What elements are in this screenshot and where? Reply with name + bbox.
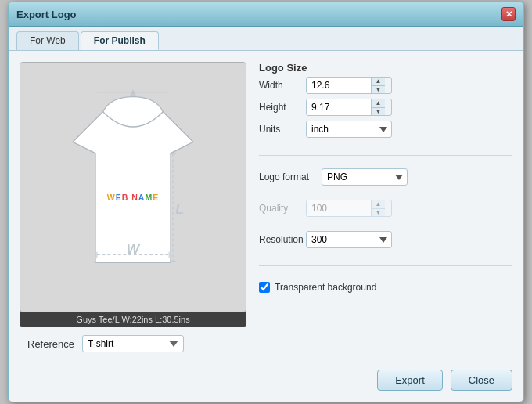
units-dropdown-wrap: inch cm mm px: [306, 121, 392, 138]
tshirt-svg: WEB NAME W L: [47, 89, 219, 285]
quality-spin-wrap: ▲ ▼: [306, 200, 392, 217]
height-input[interactable]: [307, 99, 371, 115]
svg-text:L: L: [175, 201, 184, 217]
logo-format-row: Logo format PNG JPEG BMP TIFF: [259, 168, 512, 186]
width-decrement-button[interactable]: ▼: [372, 86, 385, 94]
quality-label: Quality: [259, 203, 306, 214]
width-increment-button[interactable]: ▲: [372, 78, 385, 86]
logo-format-label: Logo format: [259, 171, 322, 182]
tab-for-web[interactable]: For Web: [16, 31, 79, 50]
resolution-label: Resolution: [259, 234, 306, 245]
height-spin-buttons: ▲ ▼: [371, 99, 385, 115]
svg-text:W: W: [127, 241, 141, 257]
close-title-button[interactable]: ✕: [501, 7, 516, 21]
tab-for-publish[interactable]: For Publish: [81, 31, 159, 50]
export-button[interactable]: Export: [377, 370, 443, 391]
quality-row: Quality ▲ ▼: [259, 200, 512, 217]
height-row: Height ▲ ▼: [259, 99, 512, 116]
left-panel: WEB NAME W L Gu: [20, 62, 246, 352]
width-spin-wrap: ▲ ▼: [306, 77, 392, 94]
height-increment-button[interactable]: ▲: [372, 99, 385, 108]
height-label: Height: [259, 102, 306, 113]
logo-size-title: Logo Size: [259, 62, 512, 74]
transparent-bg-row: Transparent background: [259, 282, 512, 293]
quality-increment-button: ▲: [372, 200, 385, 209]
transparent-bg-label: Transparent background: [275, 282, 376, 293]
tabs-bar: For Web For Publish: [9, 27, 523, 51]
logo-format-dropdown-wrap: PNG JPEG BMP TIFF: [322, 168, 408, 186]
svg-text:WEB NAME: WEB NAME: [107, 193, 159, 202]
export-logo-dialog: Export Logo ✕ For Web For Publish: [8, 2, 524, 402]
close-button[interactable]: Close: [451, 370, 512, 391]
reference-row: Reference T-shirt Hoodie Long Sleeve: [20, 335, 246, 352]
width-spin-buttons: ▲ ▼: [371, 78, 385, 93]
right-panel: Logo Size Width ▲ ▼ Height: [259, 62, 512, 352]
reference-select[interactable]: T-shirt Hoodie Long Sleeve: [82, 335, 184, 352]
quality-spin-buttons: ▲ ▼: [371, 200, 385, 216]
reference-label: Reference: [27, 338, 74, 350]
units-select[interactable]: inch cm mm px: [306, 121, 392, 138]
height-decrement-button[interactable]: ▼: [372, 108, 385, 116]
divider-1: [259, 155, 512, 156]
transparent-bg-checkbox[interactable]: [259, 282, 270, 293]
units-label: Units: [259, 124, 306, 135]
quality-decrement-button: ▼: [372, 209, 385, 217]
resolution-select[interactable]: 72 96 150 300 600: [306, 231, 392, 248]
units-row: Units inch cm mm px: [259, 121, 512, 138]
divider-2: [259, 265, 512, 266]
title-bar: Export Logo ✕: [9, 2, 523, 27]
resolution-dropdown-wrap: 72 96 150 300 600: [306, 231, 392, 248]
dialog-body: WEB NAME W L Gu: [9, 51, 523, 363]
preview-caption: Guys Tee/L W:22ins L:30.5ins: [20, 312, 246, 327]
width-label: Width: [259, 80, 306, 91]
quality-input: [307, 200, 371, 216]
resolution-row: Resolution 72 96 150 300 600: [259, 231, 512, 248]
dialog-title: Export Logo: [16, 9, 77, 20]
width-row: Width ▲ ▼: [259, 77, 512, 94]
height-spin-wrap: ▲ ▼: [306, 99, 392, 116]
logo-format-select[interactable]: PNG JPEG BMP TIFF: [322, 168, 408, 186]
tshirt-preview: WEB NAME W L: [20, 62, 246, 312]
logo-size-section: Logo Size Width ▲ ▼ Height: [259, 62, 512, 142]
width-input[interactable]: [307, 78, 371, 93]
footer: Export Close: [9, 363, 523, 402]
